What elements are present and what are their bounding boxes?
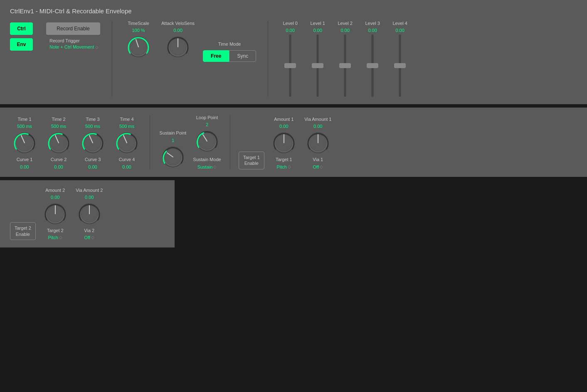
amount2-label: Amount 2 (45, 188, 65, 193)
time1-label: Time 1 (17, 117, 31, 122)
time1-container: Time 1 500 ms Curve 1 0.00 (10, 117, 39, 169)
level-1-label: Level 1 (310, 21, 325, 26)
level-0-container: Level 0 0.00 (280, 21, 301, 97)
time2-value: 500 ms (51, 124, 66, 129)
record-trigger-value[interactable]: Note + Ctrl Movement ◇ (49, 44, 100, 49)
target1-enable-button[interactable]: Target 1 Enable (239, 152, 264, 169)
time3-container: Time 3 500 ms Curve 3 0.00 (78, 117, 107, 169)
loop-point-label: Loop Point (196, 115, 218, 120)
levels-section: Level 0 0.00 Level 1 0.00 Level 2 0.00 (280, 21, 410, 97)
level-4-container: Level 4 0.00 (390, 21, 410, 97)
time3-label: Time 3 (86, 117, 99, 122)
level-0-label: Level 0 (283, 21, 297, 26)
time4-value: 500 ms (119, 124, 134, 129)
level-3-fader[interactable] (366, 34, 379, 97)
time-mode-label: Time Mode (218, 42, 241, 47)
amount1-label: Amount 1 (274, 117, 294, 122)
via2-value[interactable]: Off ◇ (84, 235, 94, 240)
amount2-knob[interactable] (43, 201, 68, 226)
sustain-point-knob[interactable] (160, 145, 185, 169)
level-0-fader[interactable] (284, 34, 296, 97)
sustain-mode-label: Sustain Mode (193, 157, 221, 162)
via2-dropdown-arrow: ◇ (91, 235, 94, 240)
amount1-value: 0.00 (279, 124, 288, 129)
attack-velosens-knob[interactable] (165, 34, 190, 59)
level-3-value: 0.00 (368, 28, 377, 33)
sustain-mode-dropdown-arrow: ◇ (213, 164, 217, 169)
timescale-knob[interactable] (126, 34, 151, 59)
level-2-fader[interactable] (339, 34, 351, 97)
level-1-value: 0.00 (313, 28, 322, 33)
sustain-point-value: 1 (172, 138, 174, 143)
section-3: Target 2 Enable Amount 2 0.00 Target 2 P… (0, 180, 175, 247)
sustain-point-container: Sustain Point 1 (158, 130, 187, 169)
level-4-label: Level 4 (392, 21, 407, 26)
record-enable-button[interactable]: Record Enable (46, 22, 100, 35)
target2-dropdown-arrow: ◇ (59, 235, 62, 240)
curve3-value: 0.00 (88, 164, 97, 169)
level-2-label: Level 2 (338, 21, 352, 26)
level-3-label: Level 3 (365, 21, 380, 26)
level-1-container: Level 1 0.00 (307, 21, 328, 97)
level-4-fader[interactable] (394, 34, 406, 97)
target2-enable-container: Target 2 Enable (10, 222, 36, 240)
time-mode-section: Time Mode Free Sync (203, 42, 256, 62)
via1-label: Via 1 (313, 157, 323, 162)
via-amount2-knob[interactable] (77, 201, 102, 226)
time1-knob[interactable] (12, 130, 37, 155)
via2-label: Via 2 (84, 228, 94, 233)
attack-velosens-label: Attack VeloSens (161, 21, 195, 26)
time2-label: Time 2 (52, 117, 65, 122)
via1-dropdown-arrow: ◇ (320, 164, 323, 169)
amount2-value: 0.00 (51, 195, 59, 200)
time4-label: Time 4 (120, 117, 133, 122)
curve4-label: Curve 4 (119, 157, 135, 162)
level-2-value: 0.00 (340, 28, 349, 33)
curve3-label: Curve 3 (85, 157, 101, 162)
ctrl-button[interactable]: Ctrl (10, 22, 33, 35)
time2-knob[interactable] (46, 130, 71, 155)
time4-container: Time 4 500 ms Curve 4 0.00 (112, 117, 141, 169)
curve2-value: 0.00 (54, 164, 63, 169)
trigger-dropdown-arrow: ◇ (95, 45, 99, 49)
divider-2 (268, 21, 268, 97)
sustain-point-label: Sustain Point (160, 130, 187, 136)
record-trigger-label: Record Trigger (49, 38, 100, 43)
free-button[interactable]: Free (203, 50, 229, 62)
target1-value[interactable]: Pitch ◇ (277, 164, 291, 169)
divider-4 (230, 115, 230, 169)
time3-value: 500 ms (85, 124, 100, 129)
target1-enable-container: Target 1 Enable (239, 152, 264, 169)
amount1-container: Amount 1 0.00 Target 1 Pitch ◇ (269, 117, 298, 169)
loop-point-value: 2 (206, 122, 208, 127)
section-2: Time 1 500 ms Curve 1 0.00 Time 2 500 ms (0, 108, 587, 176)
curve1-label: Curve 1 (17, 157, 33, 162)
via-amount2-label: Via Amount 2 (76, 188, 103, 193)
time4-knob[interactable] (114, 130, 139, 155)
amount1-knob[interactable] (271, 130, 296, 155)
via1-value[interactable]: Off ◇ (313, 164, 323, 169)
via-amount1-knob[interactable] (306, 130, 330, 155)
via-amount1-value: 0.00 (313, 124, 322, 129)
time2-container: Time 2 500 ms Curve 2 0.00 (44, 117, 73, 169)
loop-point-knob[interactable] (195, 129, 220, 154)
curve2-label: Curve 2 (51, 157, 67, 162)
amount2-container: Amount 2 0.00 Target 2 Pitch ◇ (41, 188, 70, 240)
sustain-mode-value[interactable]: Sustain ◇ (197, 164, 217, 169)
target2-value[interactable]: Pitch ◇ (48, 235, 62, 240)
target2-enable-button[interactable]: Target 2 Enable (10, 222, 36, 240)
env-button[interactable]: Env (10, 38, 33, 51)
level-0-value: 0.00 (286, 28, 294, 33)
target1-label: Target 1 (276, 157, 292, 162)
via-amount2-value: 0.00 (85, 195, 94, 200)
divider-3 (150, 115, 150, 169)
timescale-knob-container: TimeScale 100 % (124, 21, 153, 59)
sync-button[interactable]: Sync (229, 50, 256, 62)
curve1-value: 0.00 (20, 164, 29, 169)
page-title: CtrlEnv1 - MIDI-Ctrl & Recordable Envelo… (10, 7, 132, 15)
time1-value: 500 ms (17, 124, 32, 129)
level-4-value: 0.00 (395, 28, 404, 33)
level-1-fader[interactable] (311, 34, 324, 97)
time3-knob[interactable] (80, 130, 105, 155)
attack-velosens-value: 0.00 (173, 28, 182, 33)
